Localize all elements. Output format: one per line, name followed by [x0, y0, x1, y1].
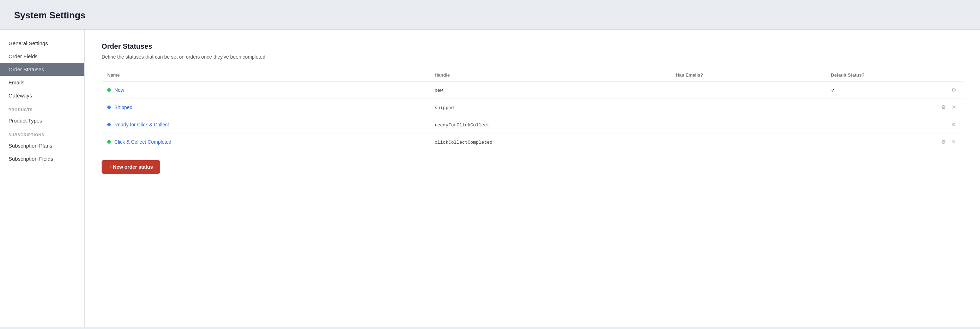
status-default	[825, 133, 929, 151]
sidebar-item-order-statuses[interactable]: Order Statuses	[0, 63, 84, 76]
status-has-emails	[670, 99, 826, 116]
status-has-emails	[670, 116, 826, 133]
status-handle: new	[434, 88, 443, 93]
gear-icon: ⚙	[941, 104, 946, 110]
status-handle: readyForClickCollect	[434, 123, 490, 128]
status-has-emails	[670, 81, 826, 99]
close-icon: ✕	[951, 104, 956, 110]
page-header-title: System Settings	[14, 10, 966, 21]
settings-button[interactable]: ⚙	[940, 104, 947, 111]
status-name-link[interactable]: Shipped	[114, 104, 132, 110]
section-description: Define the statuses that can be set on o…	[102, 54, 963, 60]
sidebar-item-general-settings[interactable]: General Settings	[0, 37, 84, 50]
gear-icon: ⚙	[941, 139, 946, 144]
table-row: Shippedshipped⚙✕	[102, 99, 963, 116]
col-header-name: Name	[102, 70, 429, 81]
sidebar-section-label-subscriptions: SUBSCRIPTIONS	[0, 127, 84, 139]
col-header-default-status: Default Status?	[825, 70, 929, 81]
status-has-emails	[670, 133, 826, 151]
close-icon: ✕	[951, 139, 956, 145]
status-dot-blue	[107, 105, 111, 109]
status-handle: shipped	[434, 105, 454, 110]
status-default: ✓	[825, 81, 929, 99]
delete-button[interactable]: ✕	[950, 138, 958, 145]
gear-icon: ⚙	[951, 87, 956, 93]
order-statuses-table: Name Handle Has Emails? Default Status? …	[102, 70, 963, 150]
default-checkmark: ✓	[831, 87, 835, 93]
row-actions: ⚙✕	[934, 104, 958, 111]
status-default	[825, 99, 929, 116]
col-header-actions	[929, 70, 963, 81]
sidebar-section-label-products: PRODUCTS	[0, 102, 84, 114]
table-row: Newnew✓⚙	[102, 81, 963, 99]
layout: General SettingsOrder FieldsOrder Status…	[0, 30, 980, 327]
add-order-status-button[interactable]: + New order status	[102, 160, 160, 174]
status-default	[825, 116, 929, 133]
col-header-handle: Handle	[429, 70, 670, 81]
sidebar: General SettingsOrder FieldsOrder Status…	[0, 30, 85, 327]
sidebar-item-subscription-fields[interactable]: Subscription Fields	[0, 152, 84, 165]
status-dot-blue	[107, 123, 111, 126]
status-handle: clickCollectCompleted	[434, 140, 492, 145]
table-row: Ready for Click & CollectreadyForClickCo…	[102, 116, 963, 133]
section-title: Order Statuses	[102, 42, 963, 51]
gear-icon: ⚙	[951, 122, 956, 127]
sidebar-item-order-fields[interactable]: Order Fields	[0, 50, 84, 63]
status-dot-green	[107, 140, 111, 144]
status-name-cell: New	[107, 87, 423, 93]
sidebar-item-emails[interactable]: Emails	[0, 76, 84, 89]
table-row: Click & Collect CompletedclickCollectCom…	[102, 133, 963, 151]
row-actions: ⚙✕	[934, 138, 958, 145]
settings-button[interactable]: ⚙	[950, 86, 958, 94]
sidebar-item-gateways[interactable]: Gateways	[0, 89, 84, 102]
row-actions: ⚙	[934, 121, 958, 128]
sidebar-item-subscription-plans[interactable]: Subscription Plans	[0, 139, 84, 152]
status-name-cell: Shipped	[107, 104, 423, 110]
status-name-link[interactable]: Click & Collect Completed	[114, 139, 172, 145]
sidebar-item-product-types[interactable]: Product Types	[0, 114, 84, 127]
col-header-has-emails: Has Emails?	[670, 70, 826, 81]
status-name-link[interactable]: Ready for Click & Collect	[114, 122, 169, 128]
delete-button[interactable]: ✕	[950, 104, 958, 111]
status-name-link[interactable]: New	[114, 87, 124, 93]
main-content: Order Statuses Define the statuses that …	[85, 30, 980, 327]
row-actions: ⚙	[934, 86, 958, 94]
status-name-cell: Click & Collect Completed	[107, 139, 423, 145]
status-dot-green	[107, 88, 111, 92]
page-header: System Settings	[0, 0, 980, 30]
settings-button[interactable]: ⚙	[950, 121, 958, 128]
settings-button[interactable]: ⚙	[940, 138, 947, 145]
status-name-cell: Ready for Click & Collect	[107, 122, 423, 128]
